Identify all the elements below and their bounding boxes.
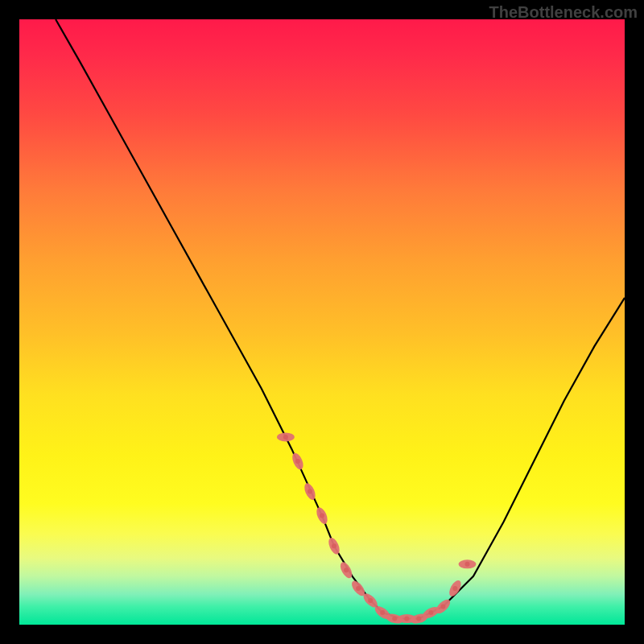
svg-point-13 (356, 586, 361, 591)
svg-point-27 (440, 604, 445, 609)
svg-point-7 (320, 514, 324, 518)
plot-area (19, 19, 625, 625)
svg-point-25 (428, 610, 433, 615)
svg-point-21 (404, 617, 409, 621)
svg-point-31 (465, 562, 470, 567)
svg-point-3 (295, 459, 300, 464)
curve-svg (19, 19, 625, 625)
svg-point-9 (332, 543, 336, 548)
svg-point-29 (452, 586, 457, 591)
svg-point-1 (283, 435, 288, 440)
svg-point-19 (392, 617, 397, 621)
svg-point-23 (416, 617, 421, 621)
chart-container: TheBottleneck.com (0, 0, 644, 644)
svg-point-15 (368, 598, 373, 603)
highlight-markers (277, 432, 477, 625)
svg-point-11 (344, 568, 349, 572)
watermark-text: TheBottleneck.com (489, 3, 638, 22)
bottleneck-curve (56, 19, 625, 619)
svg-point-5 (308, 489, 312, 494)
svg-point-17 (380, 610, 385, 615)
